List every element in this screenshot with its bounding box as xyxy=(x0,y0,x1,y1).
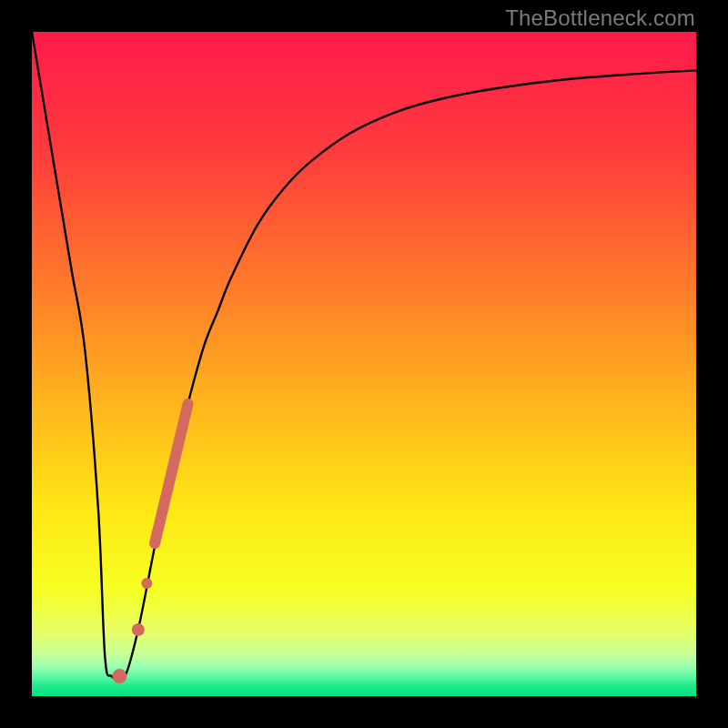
bottleneck-curve xyxy=(32,32,696,681)
highlight-segment xyxy=(155,404,188,543)
plot-area xyxy=(32,32,696,696)
chart-svg xyxy=(32,32,696,696)
highlight-dot-lower xyxy=(132,623,145,636)
watermark-text: TheBottleneck.com xyxy=(505,5,695,31)
chart-frame: TheBottleneck.com xyxy=(0,0,728,728)
highlight-dot-bottom xyxy=(112,669,126,683)
highlight-dot-mid xyxy=(141,578,152,589)
